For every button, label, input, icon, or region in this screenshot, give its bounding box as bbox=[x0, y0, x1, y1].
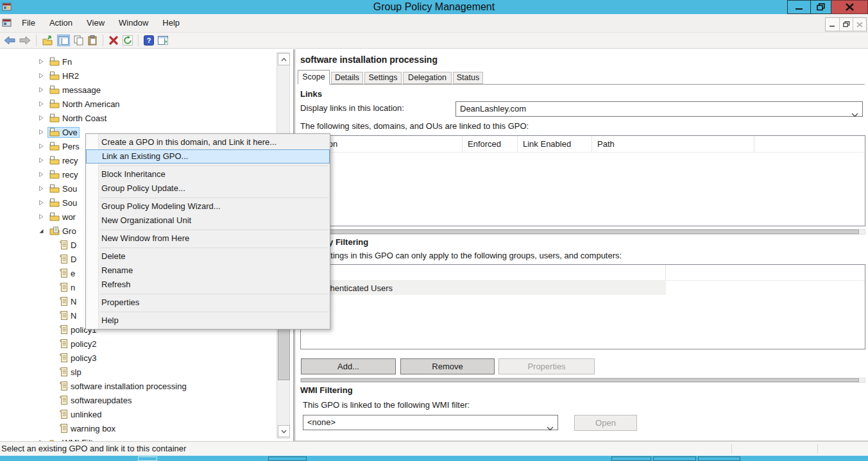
close-button[interactable] bbox=[831, 0, 868, 14]
tree-item-warning-box[interactable]: warning box bbox=[0, 421, 293, 435]
context-menu-item-delete[interactable]: Delete bbox=[86, 249, 330, 264]
tree-item-softwareupdates[interactable]: softwareupdates bbox=[0, 393, 293, 407]
tab-details[interactable]: Details bbox=[331, 72, 363, 84]
tree-node-recy[interactable]: recy bbox=[47, 169, 80, 180]
child-minimize-button[interactable] bbox=[826, 18, 839, 31]
hscrollbar-thumb[interactable] bbox=[301, 230, 859, 234]
menu-view[interactable]: View bbox=[80, 16, 112, 30]
tab-scope[interactable]: Scope bbox=[298, 70, 330, 85]
tree-node-sou[interactable]: Sou bbox=[47, 183, 79, 194]
links-table-hscrollbar[interactable] bbox=[300, 229, 865, 235]
tree-item-north-american[interactable]: North American bbox=[0, 97, 293, 111]
tree-item-wmi-filt[interactable]: WMI Filt bbox=[0, 435, 293, 441]
expand-arrow-icon[interactable] bbox=[37, 58, 46, 65]
security-list-hscrollbar[interactable] bbox=[300, 378, 865, 383]
tree-item-hr2[interactable]: HR2 bbox=[0, 69, 293, 83]
context-menu-item-properties[interactable]: Properties bbox=[86, 296, 330, 310]
tree-node-slp[interactable]: slp bbox=[58, 366, 83, 378]
console-tree-toggle-button[interactable] bbox=[57, 35, 70, 46]
action-pane-toggle-button[interactable] bbox=[158, 36, 168, 45]
tree-node-fn[interactable]: Fn bbox=[47, 56, 74, 67]
tree-node-warning-box[interactable]: warning box bbox=[58, 423, 117, 434]
open-button[interactable]: Open bbox=[574, 415, 637, 431]
expand-arrow-icon[interactable] bbox=[37, 101, 46, 107]
properties-button[interactable]: Properties bbox=[498, 358, 595, 374]
hscrollbar-thumb[interactable] bbox=[301, 378, 859, 382]
context-menu-item-group-policy-update[interactable]: Group Policy Update... bbox=[86, 181, 330, 196]
expand-arrow-icon[interactable] bbox=[37, 129, 46, 135]
tree-item-slp[interactable]: slp bbox=[0, 365, 293, 379]
refresh-button[interactable] bbox=[123, 35, 133, 46]
column-header-enforced[interactable]: Enforced bbox=[463, 136, 518, 152]
expand-arrow-icon[interactable] bbox=[37, 157, 46, 163]
tree-node-policy2[interactable]: policy2 bbox=[58, 338, 98, 349]
context-menu-item-new-window-from-here[interactable]: New Window from Here bbox=[86, 231, 330, 246]
tree-node-recy[interactable]: recy bbox=[47, 155, 80, 166]
context-menu-item-create-a-gpo-in-this-domain-and-link-it-here[interactable]: Create a GPO in this domain, and Link it… bbox=[86, 135, 330, 149]
tree-node-hr2[interactable]: HR2 bbox=[47, 71, 81, 81]
column-header-link-enabled[interactable]: Link Enabled bbox=[518, 136, 592, 152]
links-table[interactable]: LocationEnforcedLink EnabledPath bbox=[300, 135, 865, 226]
collapse-arrow-icon[interactable] bbox=[37, 228, 46, 234]
forward-button[interactable] bbox=[19, 36, 31, 45]
scroll-down-button[interactable] bbox=[278, 425, 290, 437]
links-table-header[interactable]: LocationEnforcedLink EnabledPath bbox=[301, 136, 865, 153]
context-menu-item-rename[interactable]: Rename bbox=[86, 264, 330, 278]
tree-item-policy3[interactable]: policy3 bbox=[0, 351, 293, 365]
tree-item-messaage[interactable]: messaage bbox=[0, 83, 293, 97]
context-menu-item-link-an-existing-gpo[interactable]: Link an Existing GPO... bbox=[86, 149, 330, 163]
context-menu-item-help[interactable]: Help bbox=[86, 314, 330, 328]
tree-item-unlinked[interactable]: unlinked bbox=[0, 407, 293, 421]
child-close-button[interactable] bbox=[853, 18, 866, 31]
child-restore-button[interactable] bbox=[839, 18, 853, 31]
tree-node-wor[interactable]: wor bbox=[47, 212, 78, 222]
column-header-path[interactable]: Path bbox=[592, 136, 754, 152]
security-filtering-list[interactable]: Authenticated Users bbox=[300, 264, 865, 349]
paste-button[interactable] bbox=[88, 35, 98, 46]
tree-node-policy3[interactable]: policy3 bbox=[58, 352, 98, 364]
help-button[interactable]: ? bbox=[144, 35, 154, 46]
expand-arrow-icon[interactable] bbox=[37, 185, 46, 192]
tree-node-e[interactable]: e bbox=[58, 267, 77, 279]
tree-node-n[interactable]: n bbox=[58, 281, 77, 293]
scroll-up-button[interactable] bbox=[278, 53, 290, 65]
tree-item-software-installation-processing[interactable]: software installation processing bbox=[0, 379, 293, 393]
export-list-button[interactable] bbox=[42, 35, 53, 46]
tree-item-policy2[interactable]: policy2 bbox=[0, 337, 293, 351]
copy-button[interactable] bbox=[74, 35, 84, 46]
wmi-filter-dropdown[interactable]: <none> bbox=[303, 415, 558, 430]
add-button[interactable]: Add... bbox=[301, 358, 396, 374]
tree-node-d[interactable]: D bbox=[58, 239, 78, 251]
tree-item-north-coast[interactable]: North Coast bbox=[0, 111, 293, 125]
context-menu-item-block-inheritance[interactable]: Block Inheritance bbox=[86, 167, 330, 181]
location-dropdown[interactable]: DeanLashley.com bbox=[455, 101, 863, 117]
tab-settings[interactable]: Settings bbox=[364, 72, 402, 84]
delete-button[interactable] bbox=[108, 35, 119, 46]
tab-status[interactable]: Status bbox=[453, 72, 483, 84]
expand-arrow-icon[interactable] bbox=[37, 143, 46, 149]
tree-node-north-coast[interactable]: North Coast bbox=[47, 113, 108, 124]
back-button[interactable] bbox=[4, 36, 15, 45]
tree-node-north-american[interactable]: North American bbox=[47, 99, 122, 110]
security-list-header[interactable] bbox=[301, 265, 865, 281]
tab-delegation[interactable]: Delegation bbox=[403, 72, 452, 84]
tree-node-pers[interactable]: Pers bbox=[47, 141, 81, 152]
tree-node-n[interactable]: N bbox=[58, 310, 78, 321]
expand-arrow-icon[interactable] bbox=[37, 72, 46, 79]
expand-arrow-icon[interactable] bbox=[37, 87, 46, 93]
tree-node-messaage[interactable]: messaage bbox=[47, 85, 103, 96]
expand-arrow-icon[interactable] bbox=[37, 214, 46, 220]
expand-arrow-icon[interactable] bbox=[37, 115, 46, 121]
context-menu-item-new-organizational-unit[interactable]: New Organizational Unit bbox=[86, 214, 330, 228]
tree-node-n[interactable]: N bbox=[58, 296, 78, 307]
menu-window[interactable]: Window bbox=[112, 16, 155, 30]
menu-action[interactable]: Action bbox=[42, 16, 80, 30]
menu-help[interactable]: Help bbox=[155, 16, 187, 30]
tree-node-sou[interactable]: Sou bbox=[47, 197, 79, 208]
context-menu-item-group-policy-modeling-wizard[interactable]: Group Policy Modeling Wizard... bbox=[86, 199, 330, 214]
expand-arrow-icon[interactable] bbox=[37, 199, 46, 206]
expand-arrow-icon[interactable] bbox=[37, 171, 46, 178]
tree-node-unlinked[interactable]: unlinked bbox=[58, 408, 103, 420]
context-menu-item-refresh[interactable]: Refresh bbox=[86, 278, 330, 292]
tree-node-software-installation-processing[interactable]: software installation processing bbox=[58, 380, 189, 392]
